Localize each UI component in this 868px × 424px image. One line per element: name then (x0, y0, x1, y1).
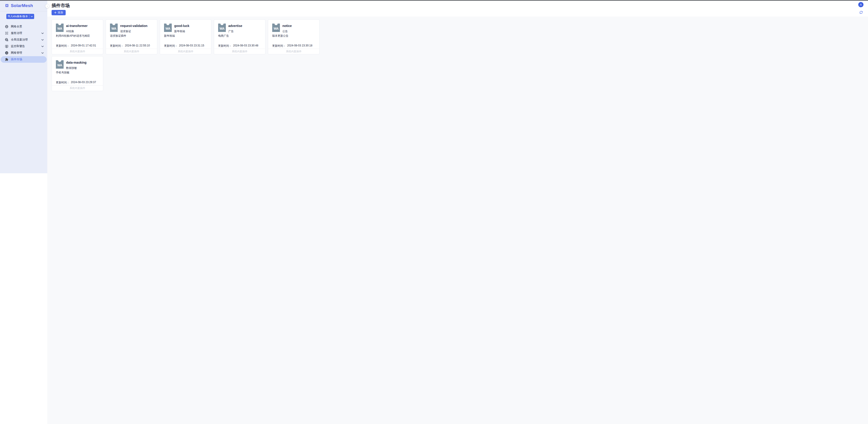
main-area: 插件市场 添加 A WA ai-transformer AI转换 利用AI转换A… (47, 0, 355, 173)
sidebar: SolarMesh 导入k8s服务/版本 网格全景 服务治理 全局流量治理 监控… (0, 0, 47, 173)
plugin-alias: 公告 (282, 29, 288, 33)
plugin-card[interactable]: WA ai-transformer AI转换 利用AI转换API的请求与相应 更… (52, 20, 103, 54)
import-k8s-label: 导入k8s服务/版本 (6, 14, 29, 19)
wasm-plugin-icon: WA (272, 24, 280, 32)
plugin-alias: AI转换 (66, 29, 74, 33)
builtin-plugin-badge: 系统内置插件 (52, 49, 103, 54)
plugin-description: 电商广告 (218, 34, 263, 38)
updated-label: 更新时间： (164, 44, 178, 48)
plugin-name: advertise (228, 24, 242, 28)
sidebar-item-label: 全局流量治理 (11, 38, 41, 42)
monitor-bell-icon (5, 45, 8, 48)
sidebar-item-plugin-market[interactable]: 插件市场 (1, 56, 46, 63)
updated-value: 2024-08-11 22:55:10 (125, 44, 150, 48)
plugin-description: 版本更新公告 (272, 34, 317, 38)
plugin-alias: 请求验证 (120, 29, 131, 33)
puzzle-icon (5, 58, 8, 61)
sidebar-collapse-button[interactable]: ‹ (45, 4, 49, 8)
plugin-description: 新年祝福 (164, 34, 209, 38)
plugin-card[interactable]: WA good-luck 新年祝福 新年祝福 更新时间： 2024-08-03 … (160, 20, 211, 54)
sidebar-item-label: 插件市场 (11, 58, 41, 61)
builtin-plugin-badge: 系统内置插件 (268, 49, 319, 54)
sidebar-item-label: 监控和警告 (11, 45, 41, 48)
plus-icon (54, 11, 57, 14)
chevron-down-icon[interactable] (29, 14, 34, 19)
updated-value: 2024-08-03 23:30:48 (233, 44, 258, 48)
plugin-description: 手机号脱敏 (56, 70, 101, 75)
sidebar-item-mesh-management[interactable]: 网格管理 (1, 50, 46, 56)
sidebar-item-mesh-overview[interactable]: 网格全景 (1, 23, 46, 30)
plugin-card[interactable]: WA data-masking 数据脱敏 手机号脱敏 更新时间： 2024-08… (52, 56, 103, 91)
plugin-market-content: WA ai-transformer AI转换 利用AI转换API的请求与相应 更… (47, 17, 355, 173)
builtin-plugin-badge: 系统内置插件 (160, 49, 211, 54)
wasm-plugin-icon: WA (218, 24, 226, 32)
plugin-card-grid: WA ai-transformer AI转换 利用AI转换API的请求与相应 更… (52, 20, 322, 91)
service-grid-icon (5, 31, 8, 35)
sidebar-item-global-traffic[interactable]: 全局流量治理 (1, 36, 46, 43)
plugin-name: request-validation (120, 24, 148, 28)
sidebar-item-label: 服务治理 (11, 31, 41, 35)
window-top-border (0, 0, 355, 1)
wasm-plugin-icon: WA (110, 24, 118, 32)
plugin-card[interactable]: WA request-validation 请求验证 请求验证插件 更新时间： … (106, 20, 157, 54)
updated-label: 更新时间： (110, 44, 124, 48)
updated-value: 2024-08-03 23:31:15 (179, 44, 204, 48)
plugin-alias: 数据脱敏 (66, 66, 77, 70)
plugin-name: data-masking (66, 61, 87, 64)
chevron-down-icon (41, 39, 44, 40)
updated-label: 更新时间： (56, 81, 69, 84)
app-name: SolarMesh (11, 3, 33, 8)
updated-value: 2024-09-01 17:42:01 (71, 44, 96, 48)
updated-label: 更新时间： (218, 44, 232, 48)
plugin-name: good-luck (174, 24, 189, 28)
wasm-plugin-icon: WA (56, 60, 64, 68)
sidebar-item-monitoring-alerts[interactable]: 监控和警告 (1, 43, 46, 50)
updated-label: 更新时间： (56, 44, 69, 48)
sm-badge-icon (5, 51, 8, 55)
sidebar-item-service-governance[interactable]: 服务治理 (1, 30, 46, 36)
chevron-down-icon (41, 52, 44, 54)
solarmesh-atom-icon (5, 3, 9, 8)
add-plugin-label: 添加 (58, 11, 63, 15)
globe-gear-icon (5, 38, 8, 41)
builtin-plugin-badge: 系统内置插件 (52, 85, 103, 91)
page-header: 插件市场 添加 A (47, 0, 355, 17)
plugin-alias: 新年祝福 (174, 29, 185, 33)
plugin-card[interactable]: WA advertise 广告 电商广告 更新时间： 2024-08-03 23… (214, 20, 266, 54)
updated-value: 2024-08-03 23:30:18 (287, 44, 312, 48)
logo: SolarMesh (0, 0, 47, 11)
builtin-plugin-badge: 系统内置插件 (106, 49, 157, 54)
sidebar-item-label: 网格管理 (11, 51, 41, 55)
wasm-plugin-icon: WA (164, 24, 172, 32)
plugin-description: 利用AI转换API的请求与相应 (56, 34, 101, 38)
updated-label: 更新时间： (272, 44, 286, 48)
plugin-updated-row: 更新时间： 2024-09-01 17:42:01 (56, 44, 96, 48)
wasm-plugin-icon: WA (56, 24, 64, 32)
plugin-name: ai-transformer (66, 24, 88, 28)
plugin-alias: 广告 (228, 29, 234, 33)
plugin-updated-row: 更新时间： 2024-08-03 23:29:37 (56, 81, 96, 84)
import-k8s-button[interactable]: 导入k8s服务/版本 (6, 14, 34, 19)
sidebar-item-label: 网格全景 (11, 25, 41, 29)
plugin-updated-row: 更新时间： 2024-08-03 23:31:15 (164, 44, 204, 48)
add-plugin-button[interactable]: 添加 (52, 10, 66, 15)
plugin-card[interactable]: WA notice 公告 版本更新公告 更新时间： 2024-08-03 23:… (268, 20, 319, 54)
plugin-description: 请求验证插件 (110, 34, 155, 38)
chevron-down-icon (41, 33, 44, 34)
builtin-plugin-badge: 系统内置插件 (214, 49, 265, 54)
plugin-updated-row: 更新时间： 2024-08-03 23:30:48 (218, 44, 258, 48)
globe-icon (5, 25, 8, 28)
page-title: 插件市场 (52, 2, 70, 9)
chevron-down-icon (41, 46, 44, 47)
sidebar-menu: 网格全景 服务治理 全局流量治理 监控和警告 网格管理 插件市场 (0, 23, 47, 63)
plugin-updated-row: 更新时间： 2024-08-11 22:55:10 (110, 44, 150, 48)
plugin-name: notice (282, 24, 292, 28)
plugin-updated-row: 更新时间： 2024-08-03 23:30:18 (272, 44, 312, 48)
updated-value: 2024-08-03 23:29:37 (71, 81, 96, 84)
